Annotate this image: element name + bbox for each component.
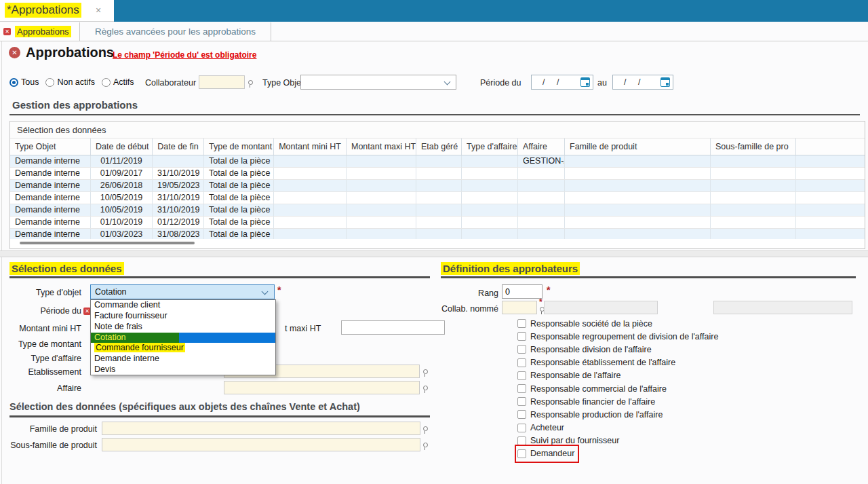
table-cell: 01/11/2019 <box>91 155 153 167</box>
table-row[interactable]: Demande interne10/05/201931/10/2019Total… <box>10 204 865 217</box>
table-cell <box>565 168 711 179</box>
checkbox-item[interactable]: Responsable commercial de l'affaire <box>517 382 718 395</box>
checkbox[interactable] <box>517 424 526 432</box>
calendar-icon[interactable] <box>580 77 590 87</box>
checkbox-item[interactable]: Responsable financier de l'affaire <box>517 395 718 408</box>
radio-circle[interactable] <box>9 78 18 87</box>
collab-nomme-input[interactable] <box>502 301 537 314</box>
checkbox-label: Responsable financier de l'affaire <box>530 397 655 407</box>
date-to-value: / / <box>624 77 645 87</box>
table-row[interactable]: Demande interne26/06/201819/05/2023Total… <box>10 180 865 192</box>
dropdown-option[interactable]: Commande fournisseur <box>91 343 275 354</box>
checkbox-item[interactable]: Responsable production de l'affaire <box>517 408 718 421</box>
window-tab-close-icon[interactable]: × <box>96 5 101 16</box>
checkbox-label: Acheteur <box>530 423 564 432</box>
type-objet-filter-combobox[interactable] <box>300 75 456 90</box>
table-cell <box>462 204 518 216</box>
window-tab[interactable]: *Approbations <box>5 3 81 18</box>
groupbox-title: Sélection des données <box>10 122 865 138</box>
checkbox-item[interactable]: Responsable établissement de l'affaire <box>517 356 718 369</box>
etablissement-lookup-icon[interactable] <box>422 369 427 377</box>
dropdown-option[interactable]: Cotation <box>91 333 275 343</box>
collaborateur-input[interactable] <box>199 75 245 89</box>
gestion-heading-rule <box>9 114 860 115</box>
checkbox-item[interactable]: Suivi par du fournisseur <box>517 434 718 447</box>
table-row[interactable]: Demande interne01/09/201731/10/2019Total… <box>10 168 865 180</box>
checkbox[interactable] <box>517 371 526 380</box>
checkbox-item[interactable]: Demandeur <box>517 447 576 460</box>
dropdown-option[interactable]: Facture fournisseur <box>91 311 275 322</box>
column-header[interactable]: Date de fin <box>153 138 204 155</box>
dropdown-option[interactable]: Demande interne <box>91 354 275 365</box>
dropdown-option[interactable]: Devis <box>91 365 275 375</box>
collab-required-marker: * <box>539 297 542 307</box>
checkbox[interactable] <box>517 410 526 419</box>
table-cell <box>711 217 796 228</box>
page-error-icon: ✕ <box>9 47 20 58</box>
radio-actifs[interactable]: Actifs <box>102 77 134 87</box>
grid-rows: Demande interne01/11/2019Total de la piè… <box>10 155 865 239</box>
radio-circle[interactable] <box>45 78 54 87</box>
table-row[interactable]: Demande interne01/10/201901/12/2019Total… <box>10 217 865 229</box>
table-row[interactable]: Demande interne01/11/2019Total de la piè… <box>10 155 865 168</box>
selection-section-heading: Sélection des données <box>9 263 124 274</box>
tab-approbations[interactable]: ✕ Approbations <box>0 22 80 41</box>
checkbox[interactable] <box>517 345 526 354</box>
radio-non-actifs[interactable]: Non actifs <box>45 77 95 87</box>
checkbox-item[interactable]: Responsable de l'affaire <box>517 369 718 382</box>
date-from-input[interactable]: / / <box>531 75 593 90</box>
column-header[interactable]: Type Objet <box>10 138 91 155</box>
column-header[interactable]: Date de début <box>91 138 153 155</box>
famille-input[interactable] <box>102 422 420 435</box>
checkbox[interactable] <box>517 319 526 328</box>
affaire-input[interactable] <box>224 381 420 394</box>
checkbox[interactable] <box>517 332 526 341</box>
type-objet-combobox[interactable]: Cotation <box>90 284 275 299</box>
calendar-icon[interactable] <box>660 77 670 87</box>
radio-tous[interactable]: Tous <box>9 77 39 87</box>
radio-circle[interactable] <box>102 78 111 87</box>
horizontal-scrollbar[interactable] <box>20 242 195 244</box>
column-header[interactable]: Sous-famille de pro <box>711 138 796 155</box>
column-header[interactable]: Type d'affaire <box>462 138 518 155</box>
table-row[interactable]: Demande interne01/03/202331/08/2023Total… <box>10 229 865 239</box>
tab-approbations-label: Approbations <box>15 26 71 37</box>
table-cell <box>153 155 204 167</box>
column-header[interactable]: Affaire <box>518 138 565 155</box>
checkbox[interactable] <box>517 358 526 367</box>
checkbox-item[interactable]: Responsable regroupement de division de … <box>517 330 718 343</box>
column-header[interactable]: Etab géré <box>416 138 462 155</box>
affaire-lookup-icon[interactable] <box>422 386 427 393</box>
dropdown-option[interactable]: Note de frais <box>91 322 275 333</box>
checkbox-label: Suivi par du fournisseur <box>530 436 619 445</box>
sous-famille-lookup-icon[interactable] <box>422 443 427 450</box>
tab-regles-avancees[interactable]: Règles avancées pour les approbations <box>80 22 271 41</box>
checkbox[interactable] <box>517 449 526 458</box>
dropdown-option[interactable]: Commande client <box>91 300 275 311</box>
checkbox[interactable] <box>517 397 526 406</box>
column-header[interactable]: Famille de produit <box>565 138 711 155</box>
famille-lookup-icon[interactable] <box>422 426 427 434</box>
collab-extra-display <box>713 301 852 314</box>
rang-input[interactable] <box>502 284 542 299</box>
checkbox-item[interactable]: Responsable division de l'affaire <box>517 343 718 356</box>
sous-famille-input[interactable] <box>102 438 420 451</box>
montant-maxi-input[interactable] <box>341 320 445 335</box>
checkbox[interactable] <box>517 436 526 445</box>
checkbox-item[interactable]: Acheteur <box>517 422 718 434</box>
panel-left-border <box>1 41 2 484</box>
date-to-input[interactable]: / / <box>612 75 673 90</box>
checkbox-label: Demandeur <box>530 449 574 458</box>
checkbox-item[interactable]: Responsable société de la pièce <box>517 317 718 330</box>
column-header[interactable]: Montant maxi HT <box>347 138 416 155</box>
checkbox[interactable] <box>517 384 526 393</box>
table-row[interactable]: Demande interne10/05/201931/10/2019Total… <box>10 192 865 204</box>
validation-error-link[interactable]: Le champ 'Période du' est obligatoire <box>113 50 256 60</box>
collab-lookup-icon[interactable] <box>539 307 544 314</box>
checkbox-label: Responsable division de l'affaire <box>530 345 652 354</box>
column-header[interactable]: Montant mini HT <box>274 138 347 155</box>
table-cell: Total de la pièce <box>204 168 274 179</box>
collaborateur-lookup-icon[interactable] <box>248 80 252 88</box>
column-header[interactable]: Type de montant <box>204 138 274 155</box>
checkbox-label: Responsable production de l'affaire <box>530 410 663 420</box>
